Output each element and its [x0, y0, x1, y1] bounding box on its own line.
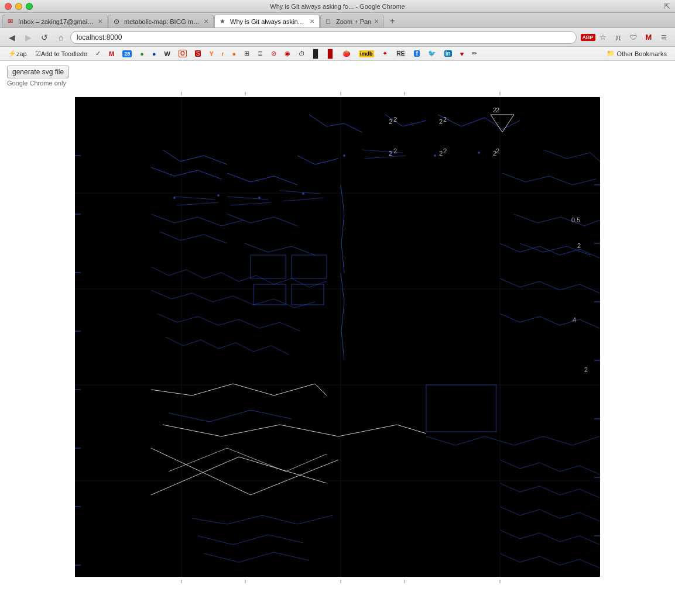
- gmail-nav-button[interactable]: M: [642, 31, 655, 44]
- bookmark-bar-red[interactable]: ▊: [324, 48, 338, 60]
- minimize-button[interactable]: [15, 3, 22, 10]
- bookmark-clock-icon: ⏱: [299, 50, 305, 57]
- bookmark-S[interactable]: S: [191, 49, 205, 58]
- bookmark-Y[interactable]: Y: [205, 49, 217, 58]
- bookmark-zap[interactable]: ⚡ zap: [5, 49, 30, 58]
- svg-text:2: 2: [389, 118, 392, 125]
- new-tab-button[interactable]: +: [386, 15, 399, 27]
- metabolic-map-canvas[interactable]: 2 2 2 2 2 2 4 0.5 2 2 4 3 2 2 2 2 2: [75, 97, 600, 577]
- bookmark-no[interactable]: ⊘: [268, 49, 280, 58]
- bookmark-check-icon: ✓: [95, 50, 101, 57]
- bookmark-reddit-icon: r: [222, 50, 224, 57]
- bookmark-heart[interactable]: ♥: [457, 49, 468, 58]
- svg-text:2: 2: [439, 118, 443, 125]
- svg-line-22: [283, 198, 324, 201]
- bookmark-fb[interactable]: f: [410, 49, 423, 58]
- bookmark-orange-circle-icon: ●: [232, 50, 236, 57]
- bookmark-clock[interactable]: ⏱: [295, 49, 309, 58]
- window-controls[interactable]: [5, 3, 33, 10]
- svg-point-55: [217, 194, 220, 197]
- other-bookmarks[interactable]: 📁 Other Bookmarks: [603, 49, 670, 58]
- svg-rect-13: [292, 255, 327, 278]
- bookmark-bar-dark[interactable]: ▊: [310, 48, 323, 60]
- bookmark-O[interactable]: O: [175, 49, 190, 58]
- other-bookmarks-label: Other Bookmarks: [616, 50, 667, 57]
- bookmark-RE[interactable]: RE: [392, 49, 410, 58]
- bookmark-imdb[interactable]: imdb: [355, 49, 378, 58]
- back-button[interactable]: ◀: [5, 30, 19, 44]
- bookmark-grid-icon: ⊞: [244, 50, 249, 57]
- bookmark-star-button[interactable]: ☆: [597, 31, 609, 44]
- tab-zoom-close[interactable]: ✕: [374, 18, 379, 25]
- map-label-3: 2: [496, 106, 499, 113]
- shield-button[interactable]: 🛡: [627, 31, 640, 44]
- map-label-2: 2: [443, 116, 447, 123]
- svg-point-60: [434, 154, 436, 157]
- bookmark-toodledo-icon: ☑: [35, 50, 41, 57]
- home-button[interactable]: ⌂: [54, 30, 68, 44]
- bookmark-Y-icon: Y: [209, 50, 213, 57]
- bookmark-pencil[interactable]: ✏: [468, 49, 481, 58]
- maximize-button[interactable]: [26, 3, 33, 10]
- tab-metabolic-icon: ⊙: [114, 18, 122, 26]
- bookmark-check[interactable]: ✓: [92, 49, 104, 58]
- reload-button[interactable]: ↺: [37, 30, 52, 44]
- bookmark-reddit[interactable]: r: [218, 49, 228, 58]
- bookmark-bars-icon: ≣: [258, 50, 263, 57]
- tab-inbox-close[interactable]: ✕: [98, 18, 102, 25]
- url-text: localhost:8000: [77, 33, 122, 42]
- svg-text:2: 2: [577, 242, 581, 249]
- bookmark-green[interactable]: ●: [136, 49, 148, 58]
- tab-inbox-icon: ✉: [8, 18, 16, 26]
- bookmark-maps[interactable]: ✦: [379, 49, 391, 58]
- forward-button[interactable]: ▶: [21, 30, 35, 44]
- generate-svg-button[interactable]: generate svg file: [7, 66, 69, 78]
- svg-point-54: [173, 197, 176, 199]
- bookmark-zap-label: zap: [16, 50, 27, 57]
- tab-metabolic[interactable]: ⊙ metabolic-map: BIGG map... ✕: [108, 15, 214, 27]
- bookmark-tomato[interactable]: 🍅: [339, 49, 354, 58]
- menu-button[interactable]: ≡: [657, 31, 670, 44]
- abp-badge: ABP: [581, 34, 595, 41]
- bookmark-green-icon: ●: [140, 50, 144, 57]
- bookmark-W-icon: W: [165, 50, 170, 57]
- bookmark-twitter[interactable]: 🐦: [424, 49, 440, 58]
- tab-inbox[interactable]: ✉ Inbox – zaking17@gmail.c... ✕: [2, 15, 108, 27]
- abp-button[interactable]: ABP: [581, 31, 594, 44]
- bookmark-blue-circle[interactable]: ●: [149, 49, 160, 58]
- bookmark-toodledo[interactable]: ☑ Add to Toodledo: [32, 49, 91, 58]
- svg-rect-12: [251, 255, 286, 278]
- svg-point-56: [258, 197, 261, 199]
- tab-git-close[interactable]: ✕: [310, 18, 314, 25]
- map-label-6: 2: [496, 147, 499, 154]
- bookmark-linkedin[interactable]: in: [441, 49, 455, 58]
- tab-git[interactable]: ★ Why is Git always asking f... ✕: [214, 15, 320, 27]
- bookmark-grid[interactable]: ⊞: [241, 49, 253, 58]
- close-button[interactable]: [5, 3, 12, 10]
- map-label-5: 2: [443, 147, 447, 154]
- bookmark-orange-circle[interactable]: ●: [228, 49, 239, 58]
- bookmark-bars[interactable]: ≣: [254, 49, 266, 58]
- bookmark-gmail[interactable]: M: [105, 49, 118, 58]
- bookmark-blue-circle-icon: ●: [152, 50, 156, 57]
- address-bar[interactable]: localhost:8000: [70, 31, 577, 44]
- restore-icon[interactable]: ⇱: [664, 2, 670, 11]
- bookmark-cd-icon: ◉: [285, 50, 290, 57]
- bookmark-cd[interactable]: ◉: [281, 49, 294, 58]
- bookmarks-bar: ⚡ zap ☑ Add to Toodledo ✓ M 28 ● ● W O S…: [0, 47, 675, 61]
- folder-icon: 📁: [607, 50, 615, 57]
- svg-text:4: 4: [573, 316, 576, 324]
- svg-line-18: [177, 202, 218, 205]
- window-title: Why is Git always asking fo... - Google …: [270, 3, 405, 10]
- pi-button[interactable]: π: [612, 31, 625, 44]
- tab-metabolic-close[interactable]: ✕: [204, 18, 208, 25]
- svg-line-24: [365, 156, 406, 159]
- tab-inbox-label: Inbox – zaking17@gmail.c...: [18, 18, 95, 25]
- bookmark-28[interactable]: 28: [119, 49, 135, 58]
- svg-text:2: 2: [584, 366, 588, 373]
- bookmark-maps-icon: ✦: [382, 50, 388, 57]
- tab-zoom[interactable]: ◻ Zoom + Pan ✕: [320, 15, 384, 27]
- tab-bar: ✉ Inbox – zaking17@gmail.c... ✕ ⊙ metabo…: [0, 13, 675, 28]
- bookmark-W[interactable]: W: [161, 49, 174, 58]
- svg-line-20: [230, 202, 271, 205]
